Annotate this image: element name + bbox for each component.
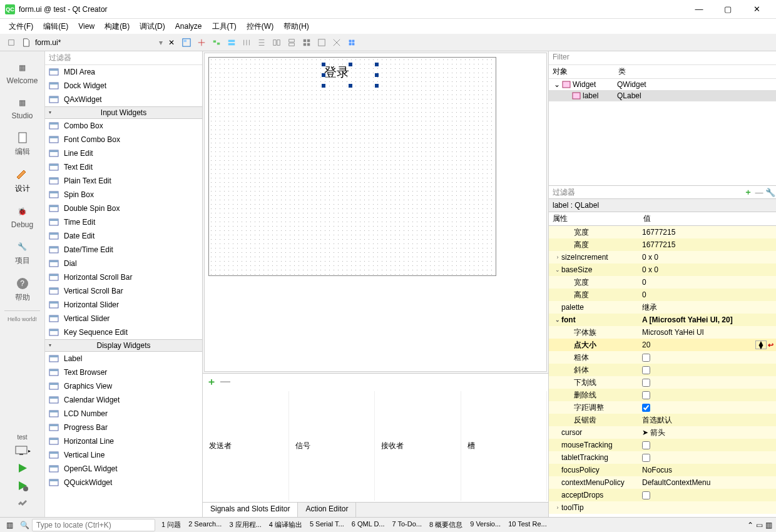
widget-item[interactable]: QQuickWidget [45,476,202,489]
selection-handle[interactable] [375,84,379,88]
selection-handle[interactable] [322,63,325,66]
status-item[interactable]: 7 To-Do... [389,520,426,529]
property-spin-input[interactable] [642,340,754,349]
widget-item[interactable]: Vertical Scroll Bar [45,284,202,298]
property-row[interactable]: 宽度16777215 [549,226,776,238]
selection-handle[interactable] [322,73,325,77]
widget-item[interactable]: Plain Text Edit [45,174,202,188]
property-row[interactable]: 高度0 [549,289,776,301]
tab-action-editor[interactable]: Action Editor [298,503,356,517]
break-layout-icon[interactable] [330,36,343,49]
widget-item[interactable]: Dial [45,257,202,270]
remove-signal-icon[interactable]: — [220,376,230,387]
obj-col-class[interactable]: 类 [618,66,626,77]
widget-item[interactable]: Calendar Widget [45,393,202,407]
widget-item[interactable]: Spin Box [45,188,202,202]
widget-item[interactable]: Combo Box [45,119,202,133]
property-row[interactable]: contextMenuPolicyDefaultContextMenu [549,476,776,489]
widget-item[interactable]: LCD Number [45,407,202,421]
group-display-widgets[interactable]: Display Widgets [45,339,202,352]
widget-item[interactable]: Dock Widget [45,79,202,93]
widget-item[interactable]: OpenGL Widget [45,462,202,476]
status-item[interactable]: 4 编译输出 [265,520,306,529]
property-checkbox[interactable] [642,441,650,449]
mode-studio[interactable]: ▦Studio [0,90,44,125]
widget-item[interactable]: Horizontal Slider [45,298,202,312]
status-item[interactable]: 10 Test Re... [504,520,551,529]
col-receiver[interactable]: 接收者 [376,391,461,501]
selection-handle[interactable] [349,63,352,66]
property-row[interactable]: ⌄baseSize0 x 0 [549,263,776,276]
status-item[interactable]: 5 Serial T... [306,520,348,529]
status-item[interactable]: 1 问题 [158,520,185,529]
menu-widgets[interactable]: 控件(W) [243,20,277,33]
layout-hsplit-icon[interactable] [270,36,283,49]
status-item[interactable]: 3 应用程... [225,520,265,529]
prop-col-value[interactable]: 值 [643,213,651,224]
widget-item[interactable]: Font Combo Box [45,133,202,146]
back-dropdown-icon[interactable] [5,36,18,49]
minimize-button[interactable]: — [685,4,713,14]
add-property-icon[interactable]: ＋ [742,187,753,198]
sidebar-toggle-icon[interactable]: ▥ [4,521,15,529]
property-row[interactable]: ›toolTip [549,501,776,514]
edit-signals-icon[interactable] [195,36,208,49]
layout-grid-icon[interactable] [300,36,313,49]
widget-item[interactable]: Horizontal Line [45,434,202,448]
layout-form-icon[interactable] [315,36,328,49]
property-row[interactable]: 斜体 [549,364,776,376]
status-item[interactable]: 2 Search... [185,520,225,529]
property-row[interactable]: 反锯齿首选默认 [549,414,776,426]
edit-buddies-icon[interactable] [210,36,223,49]
object-row[interactable]: ⌄WidgetQWidget [549,79,776,90]
menu-debug[interactable]: 调试(D) [136,20,169,33]
property-checkbox[interactable] [642,391,650,399]
widget-item[interactable]: Graphics View [45,379,202,393]
widget-item[interactable]: Line Edit [45,146,202,160]
property-checkbox[interactable] [642,366,650,374]
property-row[interactable]: 高度16777215 [549,238,776,251]
widget-item[interactable]: QAxWidget [45,93,202,106]
property-row[interactable]: 删除线 [549,389,776,401]
property-row[interactable]: ⌄fontA [Microsoft YaHei UI, 20] [549,314,776,326]
property-list[interactable]: 宽度16777215高度16777215›sizeIncrement0 x 0⌄… [549,226,776,517]
property-row[interactable]: tabletTracking [549,451,776,464]
property-row[interactable]: palette继承 [549,301,776,314]
property-row[interactable]: 字体族Microsoft YaHei UI [549,326,776,339]
form-surface[interactable]: 登录 [208,57,496,276]
open-file-name[interactable]: form.ui* [35,38,61,47]
property-row[interactable]: ›sizeIncrement0 x 0 [549,251,776,263]
property-row[interactable]: focusPolicyNoFocus [549,464,776,476]
property-row[interactable]: acceptDrops [549,489,776,501]
file-icon[interactable] [20,36,33,49]
layout-vsplit-icon[interactable] [285,36,298,49]
menu-edit[interactable]: 编辑(E) [39,20,72,33]
col-signal[interactable]: 信号 [290,391,375,501]
selection-handle[interactable] [349,84,352,88]
object-tree[interactable]: ⌄WidgetQWidgetlabelQLabel [549,79,776,185]
maximize-button[interactable]: ▢ [713,4,742,14]
mode-welcome[interactable]: ▦Welcome [0,55,44,90]
config-property-icon[interactable]: 🔧 [765,188,776,197]
spin-buttons[interactable]: ▲▼ [755,340,767,349]
property-row[interactable]: 字距调整 [549,401,776,414]
widget-item[interactable]: Text Browser [45,366,202,379]
kit-selector-icon[interactable]: ▸ [13,442,33,459]
widget-item[interactable]: Key Sequence Edit [45,325,202,339]
menu-build[interactable]: 构建(B) [101,20,133,33]
property-checkbox[interactable] [642,454,650,462]
property-filter[interactable] [549,187,742,198]
property-row[interactable]: 点大小▲▼↩ [549,339,776,351]
object-row[interactable]: labelQLabel [549,90,776,101]
locator-input[interactable] [32,519,155,531]
menu-analyze[interactable]: Analyze [171,21,206,32]
property-checkbox[interactable] [642,404,650,412]
selection-handle[interactable] [375,63,379,66]
widget-item[interactable]: Date Edit [45,229,202,243]
group-input-widgets[interactable]: Input Widgets [45,106,202,119]
widget-item[interactable]: Progress Bar [45,421,202,434]
mode-edit[interactable]: 编辑 [0,125,44,162]
widget-item[interactable]: Time Edit [45,215,202,229]
property-row[interactable]: 下划线 [549,376,776,389]
property-row[interactable]: 宽度0 [549,276,776,289]
